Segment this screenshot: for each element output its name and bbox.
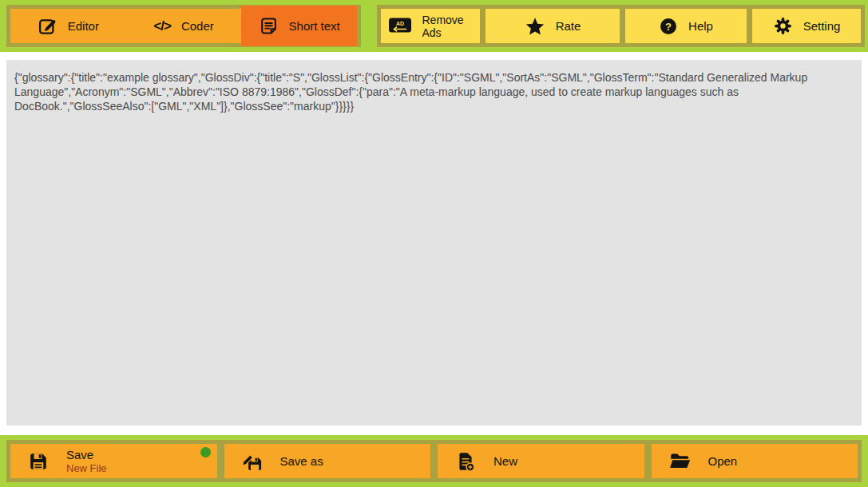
code-icon: </>: [153, 18, 171, 34]
remove-ads-button[interactable]: AD Remove Ads: [381, 9, 480, 43]
tab-short-text[interactable]: Short text: [241, 6, 357, 46]
unsaved-indicator-dot: [200, 447, 211, 457]
gear-icon: [773, 16, 793, 36]
note-icon: [259, 16, 279, 36]
action-label: Help: [688, 19, 713, 33]
json-text-area[interactable]: {"glossary":{"title":"example glossary",…: [6, 60, 862, 426]
button-label: Open: [708, 454, 738, 468]
button-label: Save: [66, 448, 107, 462]
svg-text:AD: AD: [395, 21, 403, 26]
new-file-icon: [455, 451, 476, 472]
remove-ads-icon: AD: [388, 17, 412, 35]
svg-text:?: ?: [665, 20, 672, 32]
mode-tabs-group: Editor </> Coder Short text: [6, 5, 361, 47]
tab-editor[interactable]: Editor: [10, 9, 126, 43]
bottom-toolbar: Save New File Save as: [0, 435, 868, 487]
current-file-label: New File: [66, 462, 107, 474]
edit-icon: [38, 16, 57, 36]
save-label-stack: Save New File: [66, 448, 107, 474]
save-as-icon: [242, 451, 263, 472]
top-toolbar: Editor </> Coder Short text AD: [0, 0, 868, 52]
help-button[interactable]: ? Help: [625, 9, 747, 43]
tab-label: Editor: [68, 19, 99, 33]
new-button[interactable]: New: [438, 444, 644, 478]
help-icon: ?: [659, 17, 678, 36]
action-label: Rate: [556, 19, 581, 33]
tab-label: Short text: [289, 19, 340, 33]
button-label: Save as: [280, 454, 323, 468]
tab-label: Coder: [181, 19, 214, 33]
save-as-button[interactable]: Save as: [224, 444, 431, 478]
action-label: Remove Ads: [422, 14, 474, 39]
star-icon: [525, 16, 545, 37]
save-button[interactable]: Save New File: [10, 444, 217, 478]
open-folder-icon: [669, 450, 691, 472]
open-button[interactable]: Open: [652, 444, 858, 478]
action-label: Setting: [803, 19, 841, 33]
button-label: New: [493, 454, 517, 468]
setting-button[interactable]: Setting: [752, 9, 861, 43]
rate-button[interactable]: Rate: [486, 9, 620, 43]
file-actions-group: Save New File Save as: [6, 440, 862, 482]
actions-group: AD Remove Ads Rate ? Help: [377, 5, 865, 47]
save-icon: [28, 451, 49, 472]
tab-coder[interactable]: </> Coder: [126, 9, 242, 43]
